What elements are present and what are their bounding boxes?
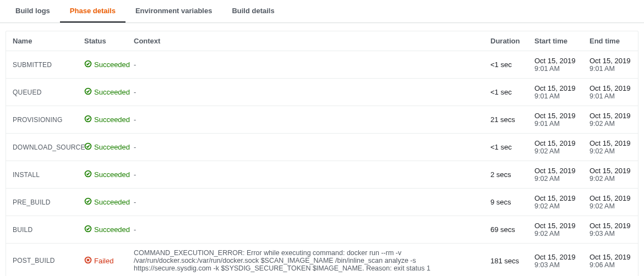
- phase-name: SUBMITTED: [6, 51, 78, 79]
- phase-status: Succeeded: [78, 106, 127, 134]
- tab-build-logs[interactable]: Build logs: [6, 0, 60, 23]
- phase-status: Succeeded: [78, 189, 127, 216]
- check-circle-icon: [84, 115, 92, 124]
- phase-context: -: [127, 189, 484, 216]
- check-circle-icon: [84, 197, 92, 207]
- tab-build-details[interactable]: Build details: [222, 0, 284, 23]
- phase-context: -: [127, 106, 484, 134]
- phase-status: Succeeded: [78, 79, 127, 106]
- phase-duration: <1 sec: [484, 134, 528, 161]
- phase-duration: 181 secs: [484, 244, 528, 277]
- phase-status: Failed: [78, 244, 127, 277]
- table-row: BUILDSucceeded-69 secsOct 15, 20199:02 A…: [6, 216, 638, 244]
- phase-end-time: Oct 15, 20199:01 AM: [583, 51, 638, 79]
- phase-end-time: Oct 15, 20199:03 AM: [583, 216, 638, 244]
- table-row: QUEUEDSucceeded-<1 secOct 15, 20199:01 A…: [6, 79, 638, 106]
- phase-status: Succeeded: [78, 216, 127, 244]
- table-row: PROVISIONINGSucceeded-21 secsOct 15, 201…: [6, 106, 638, 134]
- phase-context: -: [127, 51, 484, 79]
- phase-context: -: [127, 134, 484, 161]
- table-row: PRE_BUILDSucceeded-9 secsOct 15, 20199:0…: [6, 189, 638, 216]
- status-label: Succeeded: [94, 88, 130, 96]
- phase-name: INSTALL: [6, 161, 78, 189]
- status-label: Succeeded: [94, 115, 130, 124]
- phase-start-time: Oct 15, 20199:02 AM: [528, 216, 583, 244]
- phase-context: COMMAND_EXECUTION_ERROR: Error while exe…: [127, 244, 484, 277]
- table-row: SUBMITTEDSucceeded-<1 secOct 15, 20199:0…: [6, 51, 638, 79]
- phase-status: Succeeded: [78, 161, 127, 189]
- phase-start-time: Oct 15, 20199:02 AM: [528, 134, 583, 161]
- table-row: DOWNLOAD_SOURCESucceeded-<1 secOct 15, 2…: [6, 134, 638, 161]
- col-header-start[interactable]: Start time: [528, 31, 583, 51]
- x-circle-icon: [84, 256, 92, 266]
- phase-context: -: [127, 161, 484, 189]
- status-label: Succeeded: [94, 143, 130, 151]
- phase-name: POST_BUILD: [6, 244, 78, 277]
- phase-end-time: Oct 15, 20199:02 AM: [583, 134, 638, 161]
- phase-end-time: Oct 15, 20199:02 AM: [583, 161, 638, 189]
- col-header-status[interactable]: Status: [78, 31, 127, 51]
- tab-phase-details[interactable]: Phase details: [60, 0, 125, 23]
- phase-start-time: Oct 15, 20199:01 AM: [528, 106, 583, 134]
- phase-name: DOWNLOAD_SOURCE: [6, 134, 78, 161]
- tabs-bar: Build logs Phase details Environment var…: [0, 0, 644, 23]
- check-circle-icon: [84, 87, 92, 97]
- phase-name: PRE_BUILD: [6, 189, 78, 216]
- phase-duration: 2 secs: [484, 161, 528, 189]
- col-header-end[interactable]: End time: [583, 31, 638, 51]
- col-header-duration[interactable]: Duration: [484, 31, 528, 51]
- phase-start-time: Oct 15, 20199:03 AM: [528, 244, 583, 277]
- phase-context: -: [127, 216, 484, 244]
- check-circle-icon: [84, 225, 92, 234]
- phase-status: Succeeded: [78, 134, 127, 161]
- status-label: Succeeded: [94, 225, 130, 234]
- table-row: POST_BUILDFailedCOMMAND_EXECUTION_ERROR:…: [6, 244, 638, 277]
- status-label: Failed: [94, 257, 113, 265]
- status-label: Succeeded: [94, 198, 130, 206]
- tab-environment-variables[interactable]: Environment variables: [125, 0, 222, 23]
- phase-start-time: Oct 15, 20199:01 AM: [528, 79, 583, 106]
- phase-start-time: Oct 15, 20199:01 AM: [528, 51, 583, 79]
- phase-duration: 69 secs: [484, 216, 528, 244]
- table-header-row: Name Status Context Duration Start time …: [6, 31, 638, 51]
- phase-start-time: Oct 15, 20199:02 AM: [528, 161, 583, 189]
- phases-table: Name Status Context Duration Start time …: [6, 31, 638, 276]
- phase-name: QUEUED: [6, 79, 78, 106]
- phase-duration: <1 sec: [484, 51, 528, 79]
- phase-duration: 9 secs: [484, 189, 528, 216]
- phase-end-time: Oct 15, 20199:02 AM: [583, 189, 638, 216]
- phase-end-time: Oct 15, 20199:06 AM: [583, 244, 638, 277]
- phase-start-time: Oct 15, 20199:02 AM: [528, 189, 583, 216]
- col-header-context[interactable]: Context: [127, 31, 484, 51]
- phase-details-panel: Name Status Context Duration Start time …: [6, 31, 638, 276]
- phase-duration: 21 secs: [484, 106, 528, 134]
- phase-status: Succeeded: [78, 51, 127, 79]
- phase-context: -: [127, 79, 484, 106]
- phase-end-time: Oct 15, 20199:01 AM: [583, 79, 638, 106]
- phase-name: PROVISIONING: [6, 106, 78, 134]
- phase-name: BUILD: [6, 216, 78, 244]
- phase-end-time: Oct 15, 20199:02 AM: [583, 106, 638, 134]
- table-row: INSTALLSucceeded-2 secsOct 15, 20199:02 …: [6, 161, 638, 189]
- phase-duration: <1 sec: [484, 79, 528, 106]
- col-header-name[interactable]: Name: [6, 31, 78, 51]
- status-label: Succeeded: [94, 60, 130, 69]
- check-circle-icon: [84, 142, 92, 152]
- check-circle-icon: [84, 60, 92, 69]
- status-label: Succeeded: [94, 170, 130, 179]
- check-circle-icon: [84, 170, 92, 179]
